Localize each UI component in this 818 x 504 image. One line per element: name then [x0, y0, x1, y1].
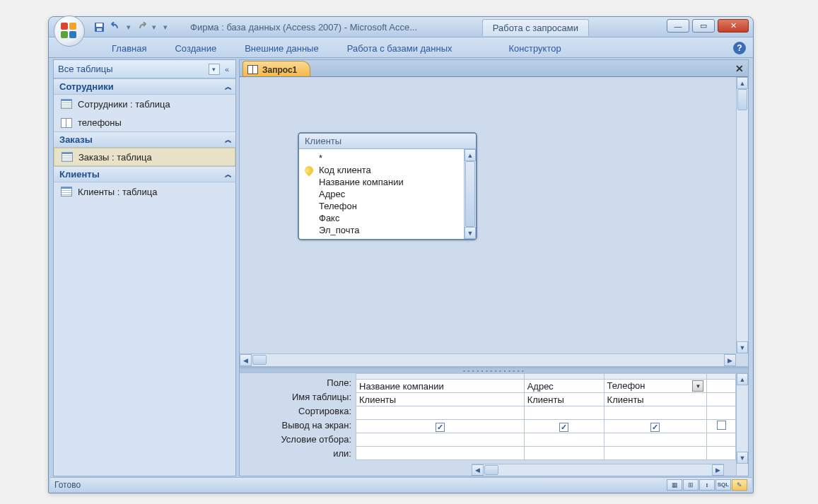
status-bar: Готово ▦ ⊞ ⫾ SQL ✎ — [50, 477, 752, 491]
cell-field-empty[interactable] — [707, 380, 736, 393]
redo-dropdown-icon[interactable]: ▾ — [152, 23, 156, 32]
doc-close-button[interactable]: ✕ — [735, 63, 744, 74]
ribbon-tab-database-tools[interactable]: Работа с базами данных — [337, 40, 462, 57]
ribbon-tab-create[interactable]: Создание — [165, 40, 226, 57]
cell-field[interactable]: Название компании — [356, 380, 525, 393]
scroll-up-icon[interactable]: ▲ — [737, 373, 748, 385]
pane-splitter[interactable]: • • • • • • • • • • • • • • — [240, 368, 748, 373]
redo-button[interactable] — [134, 19, 149, 35]
checkbox-unchecked-icon[interactable] — [717, 421, 726, 430]
ribbon-tab-external-data[interactable]: Внешние данные — [235, 40, 329, 57]
view-datasheet-button[interactable]: ▦ — [667, 479, 682, 491]
cell-or[interactable] — [604, 447, 707, 460]
table-field-star[interactable]: * — [299, 152, 464, 164]
grid-vscrollbar[interactable]: ▲ ▼ — [736, 373, 748, 476]
cell-table[interactable]: Клиенты — [356, 393, 525, 406]
cell-criteria[interactable] — [524, 433, 604, 447]
view-pivotchart-button[interactable]: ⫾ — [699, 479, 715, 491]
cell-show[interactable]: ✓ — [604, 420, 707, 433]
scroll-thumb[interactable] — [252, 355, 267, 365]
checkbox-checked-icon[interactable]: ✓ — [559, 423, 568, 432]
query-grid: Поле: Имя таблицы: Сортировка: Вывод на … — [240, 373, 748, 476]
cell-criteria[interactable] — [707, 433, 736, 447]
nav-header[interactable]: Все таблицы ▾ « — [54, 60, 235, 78]
ribbon-tab-home[interactable]: Главная — [102, 40, 156, 57]
design-vscrollbar[interactable]: ▲ ▼ — [736, 77, 748, 353]
scroll-thumb[interactable] — [465, 161, 475, 227]
checkbox-checked-icon[interactable]: ✓ — [436, 423, 445, 432]
cell-show[interactable] — [707, 420, 736, 433]
minimize-button[interactable]: — — [667, 19, 689, 33]
cell-or[interactable] — [356, 447, 525, 460]
scroll-down-icon[interactable]: ▼ — [464, 227, 476, 239]
nav-collapse-button[interactable]: « — [223, 65, 231, 74]
maximize-button[interactable]: ▭ — [692, 19, 715, 33]
cell-field[interactable]: Телефон▼ — [604, 380, 707, 393]
table-field-key[interactable]: Код клиента — [299, 164, 464, 176]
undo-dropdown-icon[interactable]: ▾ — [127, 23, 131, 32]
table-field[interactable]: Адрес — [299, 188, 464, 200]
view-pivottable-button[interactable]: ⊞ — [683, 479, 699, 491]
cell-table[interactable]: Клиенты — [524, 393, 604, 406]
save-button[interactable] — [91, 19, 107, 35]
table-icon — [61, 99, 72, 109]
table-field[interactable]: Телефон — [299, 200, 464, 212]
close-button[interactable]: ✕ — [718, 19, 749, 33]
table-field[interactable]: Факс — [299, 212, 464, 224]
view-sql-button[interactable]: SQL — [715, 479, 731, 491]
view-design-button[interactable]: ✎ — [732, 479, 747, 491]
cell-sort[interactable] — [604, 406, 707, 420]
checkbox-checked-icon[interactable]: ✓ — [650, 423, 660, 432]
col-selector[interactable] — [524, 374, 604, 380]
cell-show[interactable]: ✓ — [524, 420, 604, 433]
nav-group-clients[interactable]: Клиенты ︽ — [54, 166, 235, 182]
scroll-down-icon[interactable]: ▼ — [737, 452, 748, 464]
cell-sort[interactable] — [524, 406, 604, 420]
scroll-right-icon[interactable]: ▶ — [712, 464, 724, 476]
scroll-thumb[interactable] — [737, 89, 747, 110]
table-field[interactable]: Название компании — [299, 176, 464, 188]
qat-customize-icon[interactable]: ▾ — [163, 23, 168, 32]
scroll-right-icon[interactable]: ▶ — [724, 354, 736, 366]
scroll-left-icon[interactable]: ◀ — [472, 464, 484, 476]
cell-table-empty[interactable] — [707, 393, 736, 406]
scroll-up-icon[interactable]: ▲ — [464, 149, 476, 161]
help-button[interactable]: ? — [733, 42, 746, 54]
col-selector[interactable] — [356, 374, 525, 380]
table-box-title[interactable]: Клиенты — [299, 134, 476, 149]
cell-table[interactable]: Клиенты — [604, 393, 707, 406]
undo-button[interactable] — [108, 19, 124, 35]
cell-or[interactable] — [707, 447, 736, 460]
nav-item-phones-query[interactable]: телефоны — [54, 113, 235, 131]
cell-criteria[interactable] — [356, 433, 525, 447]
scroll-up-icon[interactable]: ▲ — [737, 77, 748, 89]
col-selector[interactable] — [707, 374, 736, 380]
scroll-left-icon[interactable]: ◀ — [240, 354, 252, 366]
col-selector[interactable] — [604, 374, 707, 380]
nav-item-label: Сотрудники : таблица — [78, 99, 170, 110]
nav-item-employees-table[interactable]: Сотрудники : таблица — [54, 95, 235, 113]
design-hscrollbar[interactable]: ◀ ▶ — [240, 353, 736, 366]
nav-item-clients-table[interactable]: Клиенты : таблица — [54, 182, 235, 201]
doc-tab-query1[interactable]: Запрос1 — [243, 61, 310, 76]
scroll-down-icon[interactable]: ▼ — [737, 341, 748, 353]
grid-hscrollbar[interactable]: ◀ ▶ — [472, 464, 724, 476]
office-button[interactable] — [54, 16, 85, 47]
cell-field[interactable]: Адрес — [524, 380, 604, 393]
cell-sort[interactable] — [707, 406, 736, 420]
nav-filter-dropdown[interactable]: ▾ — [209, 64, 220, 75]
svg-rect-1 — [96, 23, 103, 27]
query-design-surface[interactable]: Клиенты * Код клиента Название компании … — [240, 77, 748, 368]
dropdown-icon[interactable]: ▼ — [692, 380, 703, 392]
ribbon-tab-design[interactable]: Конструктор — [499, 40, 571, 57]
cell-sort[interactable] — [356, 406, 525, 420]
nav-group-employees[interactable]: Сотрудники ︽ — [54, 78, 235, 95]
table-field[interactable]: Эл_почта — [299, 224, 464, 236]
cell-criteria[interactable] — [604, 433, 707, 447]
nav-group-orders[interactable]: Заказы ︽ — [54, 131, 235, 148]
scroll-thumb[interactable] — [484, 465, 498, 475]
cell-or[interactable] — [524, 447, 604, 460]
nav-item-orders-table[interactable]: Заказы : таблица — [54, 148, 235, 166]
table-box-scrollbar[interactable]: ▲ ▼ — [464, 149, 476, 239]
cell-show[interactable]: ✓ — [356, 420, 525, 433]
